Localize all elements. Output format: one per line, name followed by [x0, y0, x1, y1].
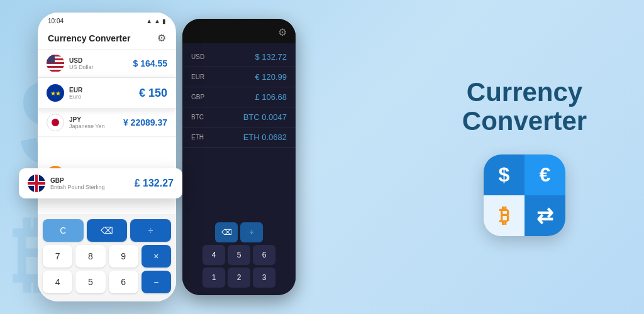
battery-icon: ▮ [162, 18, 166, 24]
icon-dollar: $ [484, 154, 525, 195]
phone-back: ⚙ USD $ 132.72 EUR € 120.99 GBP £ 106.68… [182, 19, 296, 295]
dark-calc-5[interactable]: 5 [228, 245, 250, 265]
title-line2: Converter [462, 106, 587, 136]
euro-symbol: € [540, 163, 551, 187]
phone-back-content: USD $ 132.72 EUR € 120.99 GBP £ 106.68 B… [182, 43, 296, 151]
jpy-amount: ¥ 22089.37 [123, 117, 167, 127]
calc-4[interactable]: 4 [43, 271, 72, 293]
eu-flag: ★★ [47, 84, 64, 102]
dark-calc-row-3: 1 2 3 [187, 268, 291, 288]
dark-calc-backspace[interactable]: ⌫ [215, 222, 238, 242]
dark-row-2: EUR € 120.99 [182, 67, 296, 87]
gbp-amount: £ 132.27 [135, 178, 174, 189]
calc-backspace[interactable]: ⌫ [87, 219, 128, 242]
wifi-icon: ▲ [154, 18, 160, 24]
phone-back-calc: ⌫ ÷ 4 5 6 1 2 3 [182, 217, 296, 295]
calc-clear[interactable]: C [43, 219, 84, 242]
dark-label-4: BTC [191, 114, 204, 121]
dark-calc-row-1: ⌫ ÷ [187, 222, 291, 242]
calc-row-3: 4 5 6 − [43, 271, 171, 293]
usd-name: US Dollar [69, 64, 133, 70]
app-icon: $ € ₿ ⇄ [484, 154, 565, 236]
status-time: 10:04 [48, 18, 64, 24]
dark-amount-2: € 120.99 [255, 72, 287, 82]
dark-calc-6[interactable]: 6 [253, 245, 275, 265]
jp-flag [47, 114, 64, 131]
dark-calc-divide[interactable]: ÷ [240, 222, 263, 242]
gbp-popup-card[interactable]: GBP British Pound Sterling £ 132.27 [19, 168, 182, 198]
dark-label-3: GBP [191, 94, 204, 100]
calc-row-2: 7 8 9 × [43, 245, 171, 268]
title-line1: Currency [467, 77, 582, 107]
gb-flag [28, 175, 45, 192]
eur-name: Euro [69, 94, 139, 100]
dark-amount-3: £ 106.68 [255, 92, 287, 102]
dark-amount-5: ETH 0.0682 [243, 133, 287, 142]
jpy-name: Japanese Yen [69, 123, 123, 129]
dark-label-2: EUR [191, 73, 204, 80]
calc-8[interactable]: 8 [75, 245, 105, 268]
calc-7[interactable]: 7 [43, 245, 72, 268]
jpy-code: JPY [69, 116, 123, 123]
dark-label-1: USD [191, 53, 204, 60]
right-area: Currency Converter $ € ₿ ⇄ [405, 0, 644, 314]
jpy-info: JPY Japanese Yen [69, 116, 123, 129]
calc-multiply[interactable]: × [142, 245, 171, 268]
calculator: C ⌫ ÷ 7 8 9 × 4 5 6 − [38, 214, 176, 301]
signal-icon: ▲ [146, 18, 152, 24]
arrows-symbol: ⇄ [536, 204, 553, 228]
icon-arrows: ⇄ [525, 195, 565, 236]
eur-info: EUR Euro [69, 87, 139, 100]
dark-amount-1: $ 132.72 [255, 52, 287, 62]
eur-code: EUR [69, 87, 139, 94]
gear-icon-dark: ⚙ [278, 26, 287, 38]
dark-calc-4[interactable]: 4 [203, 245, 225, 265]
main-container: ⚙ USD $ 132.72 EUR € 120.99 GBP £ 106.68… [0, 0, 644, 314]
dark-label-5: ETH [191, 134, 204, 141]
bitcoin-symbol: ₿ [499, 204, 509, 227]
calc-minus[interactable]: − [142, 271, 171, 293]
gbp-info: GBP British Pound Sterling [50, 177, 135, 190]
phone-front: 10:04 ▲ ▲ ▮ Currency Converter ⚙ USD [38, 13, 176, 301]
us-flag [47, 55, 64, 72]
status-icons: ▲ ▲ ▮ [146, 18, 166, 24]
currency-row-jpy[interactable]: JPY Japanese Yen ¥ 22089.37 [38, 109, 176, 137]
dark-calc-1[interactable]: 1 [203, 268, 225, 288]
dark-calc-2[interactable]: 2 [228, 268, 250, 288]
icon-bitcoin: ₿ [484, 195, 525, 236]
usd-amount: $ 164.55 [133, 58, 168, 68]
calc-9[interactable]: 9 [109, 245, 138, 268]
phones-area: ⚙ USD $ 132.72 EUR € 120.99 GBP £ 106.68… [0, 0, 405, 314]
currency-row-usd[interactable]: USD US Dollar $ 164.55 [38, 50, 176, 78]
currency-row-eur[interactable]: ★★ EUR Euro € 150 [38, 78, 176, 109]
calc-row-1: C ⌫ ÷ [43, 219, 171, 242]
app-header-title: Currency Converter [48, 33, 131, 43]
dark-calc-3[interactable]: 3 [253, 268, 275, 288]
usd-info: USD US Dollar [69, 57, 133, 70]
gear-icon-front[interactable]: ⚙ [157, 32, 166, 44]
app-header: Currency Converter ⚙ [38, 27, 176, 50]
calc-6[interactable]: 6 [109, 271, 138, 293]
phone-back-header: ⚙ [182, 19, 296, 43]
dark-calc-row-2: 4 5 6 [187, 245, 291, 265]
icon-euro: € [525, 154, 565, 195]
gbp-name: British Pound Sterling [50, 184, 135, 190]
dark-row-5: ETH ETH 0.0682 [182, 127, 296, 148]
dark-amount-4: BTC 0.0047 [243, 112, 287, 122]
dark-row-4: BTC BTC 0.0047 [182, 107, 296, 127]
dark-row-3: GBP £ 106.68 [182, 87, 296, 107]
eur-amount: € 150 [139, 87, 167, 100]
calc-5[interactable]: 5 [75, 271, 105, 293]
gbp-code: GBP [50, 177, 135, 184]
status-bar: 10:04 ▲ ▲ ▮ [38, 13, 176, 27]
dark-row-1: USD $ 132.72 [182, 47, 296, 67]
usd-code: USD [69, 57, 133, 64]
app-title: Currency Converter [462, 78, 587, 136]
calc-divide[interactable]: ÷ [130, 219, 171, 242]
dollar-symbol: $ [499, 163, 510, 187]
